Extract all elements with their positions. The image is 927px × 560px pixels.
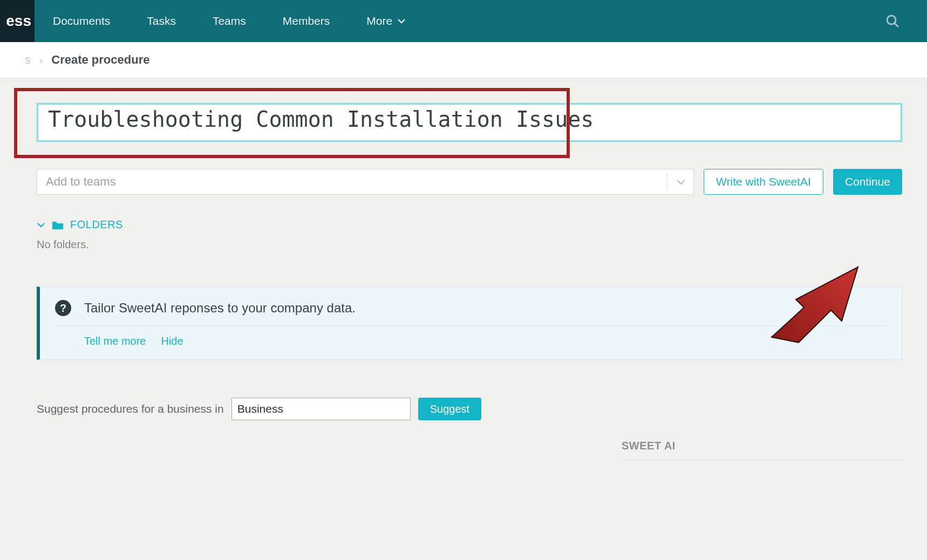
nav-documents[interactable]: Documents: [35, 0, 128, 42]
teams-placeholder: Add to teams: [46, 175, 116, 189]
folders-toggle[interactable]: FOLDERS: [37, 218, 902, 231]
nav-more[interactable]: More: [348, 0, 424, 42]
nav-label: Tasks: [147, 15, 176, 28]
search-icon[interactable]: [885, 13, 900, 29]
top-nav: ess Documents Tasks Teams Members More: [0, 0, 927, 42]
chevron-down-icon: [398, 18, 405, 24]
logo-text: ess: [6, 12, 31, 30]
page-body: Add to teams Write with SweetAI Continue: [0, 78, 927, 560]
tell-me-more-link[interactable]: Tell me more: [84, 335, 146, 347]
chevron-down-icon: [676, 179, 686, 185]
sweetai-callout: ? Tailor SweetAI reponses to your compan…: [37, 286, 902, 360]
continue-button[interactable]: Continue: [833, 169, 902, 195]
button-label: Write with SweetAI: [716, 175, 811, 188]
teams-select[interactable]: Add to teams: [37, 169, 694, 195]
folder-icon: [52, 220, 64, 230]
hide-link[interactable]: Hide: [161, 335, 183, 347]
nav-teams[interactable]: Teams: [194, 0, 264, 42]
button-label: Continue: [845, 175, 890, 188]
button-label: Suggest: [430, 403, 469, 415]
chevron-down-icon: [37, 222, 45, 228]
nav-members[interactable]: Members: [264, 0, 349, 42]
logo[interactable]: ess: [0, 0, 35, 42]
procedure-title-input[interactable]: [37, 103, 902, 142]
breadcrumb-current: Create procedure: [51, 53, 149, 66]
folders-label: FOLDERS: [70, 218, 123, 231]
nav-label: Documents: [53, 15, 110, 28]
nav-label: More: [366, 15, 392, 28]
suggest-prompt: Suggest procedures for a business in: [37, 402, 224, 415]
nav-label: Teams: [213, 15, 246, 28]
write-with-sweetai-button[interactable]: Write with SweetAI: [704, 169, 823, 195]
svg-point-0: [887, 16, 896, 24]
business-type-input[interactable]: [231, 398, 411, 420]
search-wrap: [885, 13, 927, 29]
breadcrumb: s › Create procedure: [0, 42, 927, 78]
sweet-ai-heading: SWEET AI: [622, 440, 902, 460]
callout-text: Tailor SweetAI reponses to your company …: [84, 301, 356, 316]
nav-label: Members: [283, 15, 330, 28]
divider: [667, 174, 667, 190]
help-icon: ?: [55, 300, 71, 316]
folders-empty-text: No folders.: [37, 238, 902, 251]
svg-line-1: [895, 23, 898, 27]
suggest-button[interactable]: Suggest: [418, 398, 481, 420]
chevron-right-icon: ›: [39, 55, 43, 66]
breadcrumb-prev[interactable]: s: [25, 53, 31, 66]
nav-tasks[interactable]: Tasks: [128, 0, 194, 42]
